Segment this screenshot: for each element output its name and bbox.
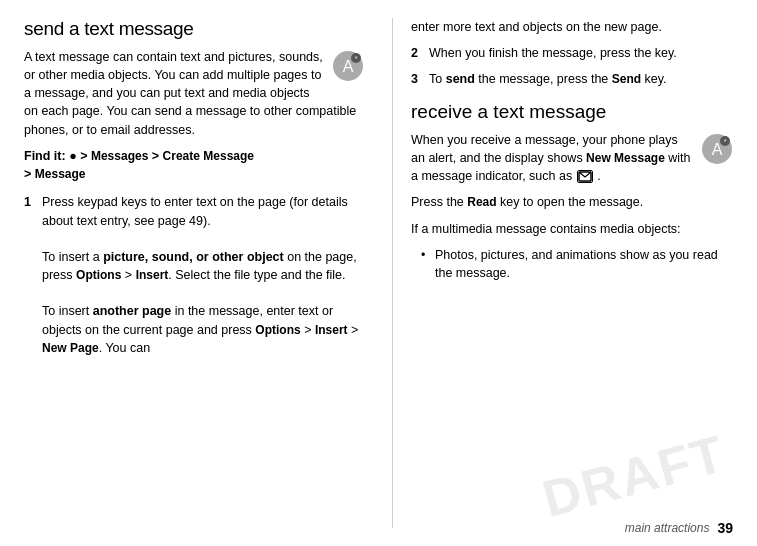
section-title-send: send a text message [24,18,364,40]
intro-paragraph: A * A text message can contain text and … [24,48,364,139]
find-it-line: Find it: ● > Messages > Create Message >… [24,147,364,184]
svg-text:*: * [355,55,358,62]
bullet-text-1: Photos, pictures, and animations show as… [435,246,733,282]
step-1-text-a: Press keypad keys to enter text on the p… [42,193,364,229]
step-2-content: When you finish the message, press the k… [429,44,677,62]
footer-label: main attractions [625,521,710,535]
find-it-final: Message [35,167,86,181]
message-indicator-icon [577,170,593,183]
column-divider [392,18,393,528]
continued-text: enter more text and objects on the new p… [411,18,733,36]
find-it-sep2: > [24,167,35,181]
find-it-action: Create Message [163,149,254,163]
step-1-text-c: To insert another page in the message, e… [42,302,364,357]
step-3-row: 3 To send the message, press the Send ke… [411,70,733,88]
step-1-number: 1 [24,193,42,211]
step-1-text-b: To insert a picture, sound, or other obj… [42,248,364,285]
page-footer: main attractions 39 [625,520,733,536]
find-it-label: Find it: [24,149,66,163]
step-1-row: 1 Press keypad keys to enter text on the… [24,193,364,357]
step-2-row: 2 When you finish the message, press the… [411,44,733,62]
section-title-receive: receive a text message [411,101,733,123]
footer-page-number: 39 [717,520,733,536]
step-3-content: To send the message, press the Send key. [429,70,667,88]
page-container: send a text message A * A text message c… [0,0,757,546]
right-column: enter more text and objects on the new p… [401,18,733,528]
find-it-sep1: > [152,149,163,163]
send-icon: A * [332,50,364,87]
receive-para-2: Press the Read key to open the message. [411,193,733,211]
step-1-content: Press keypad keys to enter text on the p… [42,193,364,357]
step-3-number: 3 [411,70,429,88]
find-it-separator: > [80,149,91,163]
left-column: send a text message A * A text message c… [24,18,384,528]
find-it-bullet: ● [69,149,80,163]
receive-para-1: A * When you receive a message, your pho… [411,131,733,186]
receive-icon: A * [701,133,733,170]
find-it-menu: Messages [91,149,148,163]
bullet-item-1: • Photos, pictures, and animations show … [411,246,733,282]
receive-para-3: If a multimedia message contains media o… [411,220,733,238]
step-2-number: 2 [411,44,429,62]
bullet-dot-1: • [421,246,435,282]
svg-text:*: * [724,138,727,145]
